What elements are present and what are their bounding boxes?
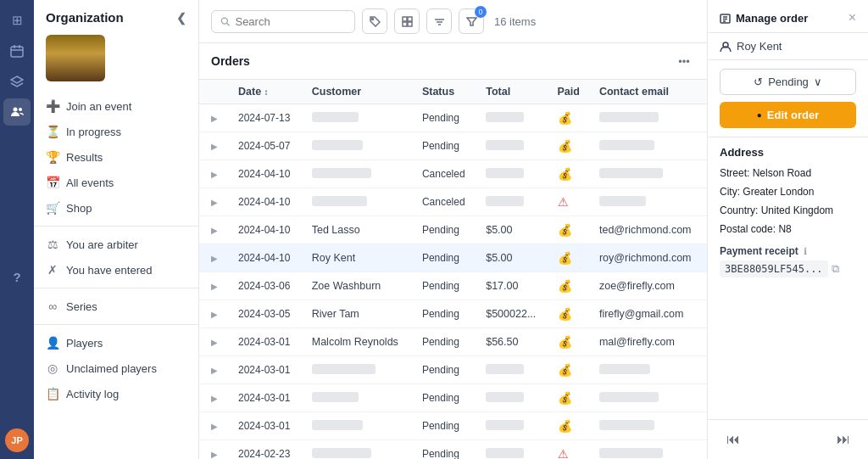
- col-total[interactable]: Total: [477, 80, 548, 104]
- cell-date: 2024-03-05: [230, 300, 303, 328]
- cell-customer: Zoe Washburn: [303, 272, 414, 300]
- column-icon: [466, 16, 477, 27]
- svg-rect-13: [408, 22, 412, 26]
- layers-icon[interactable]: [3, 68, 31, 95]
- table-row[interactable]: ▶2024-02-23 Pending ⚠: [199, 440, 707, 460]
- svg-point-7: [221, 18, 227, 24]
- dot-icon: ●: [757, 110, 762, 120]
- calendar-icon[interactable]: [3, 37, 31, 64]
- pending-btn[interactable]: ↺ Pending ∨: [720, 69, 856, 95]
- sort-btn[interactable]: [426, 8, 452, 34]
- sidebar-item-unclaimed-players[interactable]: ◎ Unclaimed players: [34, 355, 198, 381]
- activity-icon: 📋: [46, 387, 59, 400]
- table-row[interactable]: ▶2024-04-10 Canceled 💰: [199, 160, 707, 188]
- row-expand-btn[interactable]: ▶: [208, 139, 221, 153]
- street-field: Street: Nelson Road: [720, 165, 856, 181]
- grid-icon[interactable]: ⊞: [3, 7, 31, 34]
- cell-paid: 💰: [549, 132, 591, 160]
- cell-date: 2024-04-10: [230, 160, 303, 188]
- row-expand-btn[interactable]: ▶: [208, 307, 221, 321]
- cell-customer: [303, 356, 414, 384]
- row-expand-btn[interactable]: ▶: [208, 195, 221, 209]
- svg-marker-4: [11, 76, 23, 83]
- filter-badge: 0: [475, 6, 487, 18]
- col-customer[interactable]: Customer: [303, 80, 414, 104]
- paid-green-icon: 💰: [558, 363, 572, 377]
- row-expand-btn[interactable]: ▶: [208, 363, 221, 377]
- sidebar-item-join-an-event[interactable]: ➕ Join an event: [34, 93, 198, 119]
- question-icon[interactable]: ?: [3, 264, 31, 291]
- table-row[interactable]: ▶2024-03-01 Pending 💰: [199, 412, 707, 440]
- copy-icon[interactable]: ⧉: [832, 262, 839, 276]
- sidebar-item-all-events[interactable]: 📅 All events: [34, 170, 198, 195]
- col-status[interactable]: Status: [414, 80, 477, 104]
- search-box[interactable]: [211, 10, 355, 33]
- col-email[interactable]: Contact email: [591, 80, 707, 104]
- table-row[interactable]: ▶2024-04-10 Canceled ⚠: [199, 188, 707, 216]
- items-count: 16 items: [494, 15, 536, 28]
- tag-icon: [370, 16, 381, 27]
- sidebar-item-results[interactable]: 🏆 Results: [34, 144, 198, 170]
- table-row[interactable]: ▶2024-03-05River TamPending$500022...💰fi…: [199, 300, 707, 328]
- cell-email: [591, 188, 707, 216]
- table-menu-btn[interactable]: •••: [673, 50, 695, 72]
- cell-total: $17.00: [477, 272, 548, 300]
- refresh-icon: ↺: [754, 76, 763, 88]
- row-expand-btn[interactable]: ▶: [208, 447, 221, 459]
- table-row[interactable]: ▶2024-05-07 Pending 💰: [199, 132, 707, 160]
- table-row[interactable]: ▶2024-03-01 Pending 💰: [199, 356, 707, 384]
- sort-icon: [434, 16, 445, 27]
- cell-total: $5.00: [477, 244, 548, 272]
- row-expand-btn[interactable]: ▶: [208, 335, 221, 349]
- sidebar-item-activity-log[interactable]: 📋 Activity log: [34, 381, 198, 406]
- first-record-btn[interactable]: ⏮: [720, 428, 747, 451]
- table-row[interactable]: ▶2024-04-10Ted LassoPending$5.00💰ted@ric…: [199, 216, 707, 244]
- table-title: Orders: [211, 54, 250, 68]
- sidebar-item-players[interactable]: 👤 Players: [34, 330, 198, 355]
- cell-date: 2024-02-23: [230, 440, 303, 460]
- cell-status: Pending: [414, 440, 477, 460]
- column-filter-btn[interactable]: 0: [459, 8, 484, 34]
- cell-paid: 💰: [549, 272, 591, 300]
- people-icon[interactable]: [3, 98, 31, 126]
- table-row[interactable]: ▶2024-07-13 Pending 💰: [199, 104, 707, 132]
- row-expand-btn[interactable]: ▶: [208, 223, 221, 237]
- cell-customer: [303, 188, 414, 216]
- panel-footer: ⏮ ⏮: [708, 419, 868, 459]
- cell-paid: ⚠: [549, 440, 591, 460]
- table-row[interactable]: ▶2024-04-10Roy KentPending$5.00💰roy@rich…: [199, 244, 707, 272]
- table-row[interactable]: ▶2024-03-06Zoe WashburnPending$17.00💰zoe…: [199, 272, 707, 300]
- filter-tag-btn[interactable]: [362, 8, 387, 34]
- nav-label-players: Players: [66, 337, 103, 350]
- edit-order-btn[interactable]: ● Edit order: [720, 102, 856, 128]
- address-title: Address: [720, 146, 856, 159]
- panel-user-name: Roy Kent: [737, 40, 782, 53]
- sidebar-item-in-progress[interactable]: ⏳ In progress: [34, 119, 198, 144]
- sidebar-collapse-btn[interactable]: ❮: [176, 11, 186, 25]
- row-expand-btn[interactable]: ▶: [208, 251, 221, 265]
- sidebar-item-you-have-entered[interactable]: ✗ You have entered: [34, 257, 198, 283]
- sidebar-item-shop[interactable]: 🛒 Shop: [34, 195, 198, 221]
- row-expand-btn[interactable]: ▶: [208, 391, 221, 405]
- last-record-btn[interactable]: ⏮: [829, 428, 856, 451]
- svg-rect-11: [408, 17, 412, 21]
- row-expand-btn[interactable]: ▶: [208, 279, 221, 293]
- row-expand-btn[interactable]: ▶: [208, 167, 221, 181]
- view-toggle-btn[interactable]: [394, 8, 420, 34]
- paid-green-icon: 💰: [558, 167, 572, 181]
- col-expand: [199, 80, 230, 104]
- user-avatar[interactable]: JP: [5, 428, 29, 452]
- col-paid[interactable]: Paid: [549, 80, 591, 104]
- row-expand-btn[interactable]: ▶: [208, 419, 221, 433]
- col-date[interactable]: Date ↕: [230, 80, 303, 104]
- cell-status: Pending: [414, 384, 477, 412]
- row-expand-btn[interactable]: ▶: [208, 111, 221, 125]
- table-row[interactable]: ▶2024-03-01 Pending 💰: [199, 384, 707, 412]
- table-row[interactable]: ▶2024-03-01Malcolm ReynoldsPending$56.50…: [199, 328, 707, 356]
- sidebar-item-series[interactable]: ∞ Series: [34, 294, 198, 319]
- search-input[interactable]: [235, 15, 346, 28]
- sidebar-item-you-are-arbiter[interactable]: ⚖ You are arbiter: [34, 232, 198, 257]
- cell-paid: 💰: [549, 384, 591, 412]
- cell-status: Pending: [414, 356, 477, 384]
- panel-close-btn[interactable]: ×: [849, 10, 856, 25]
